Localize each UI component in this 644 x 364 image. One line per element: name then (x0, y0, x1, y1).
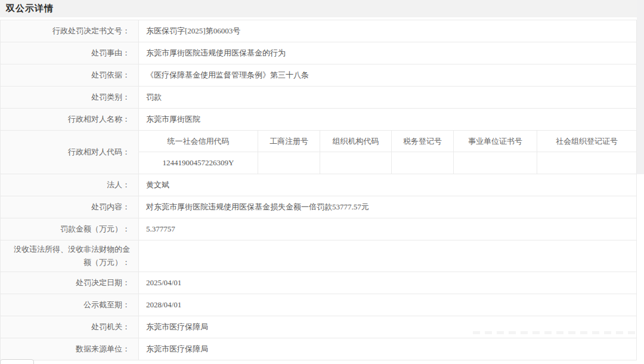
row-label: 处罚内容： (1, 196, 139, 218)
code-col-header: 社会组织登记证号 (537, 131, 636, 152)
table-row-confiscation-amount: 没收违法所得、没收非法财物的金额（万元）： (1, 240, 636, 272)
row-label: 公示截至期： (1, 294, 139, 316)
row-value: 东莞市医疗保障局 (139, 338, 636, 360)
table-row-data-source-unit: 数据来源单位： 东莞市医疗保障局 (1, 338, 636, 360)
table-row-fine-amount: 罚款金额（万元）： 5.377757 (1, 218, 636, 240)
title-bar: 双公示详情 (0, 0, 637, 17)
row-value: 东莞市厚街医院违规使用医保基金的行为 (139, 42, 636, 64)
code-col-header: 工商注册号 (258, 131, 320, 152)
row-label: 行政相对人代码： (1, 131, 139, 174)
row-value (139, 240, 636, 272)
code-cell-institution-cert (454, 152, 537, 174)
row-value: 东莞市医疗保障局 (139, 316, 636, 338)
code-col-header: 统一社会信用代码 (139, 131, 258, 152)
code-col-header: 税务登记号 (392, 131, 454, 152)
row-value: 罚款 (139, 87, 636, 108)
code-cell-tax-reg (392, 152, 454, 174)
code-table: 统一社会信用代码 工商注册号 组织机构代码 税务登记号 事业单位证书号 社会组织… (139, 131, 636, 174)
back-button[interactable] (0, 359, 34, 364)
table-row-penalty-reason: 处罚事由： 东莞市厚街医院违规使用医保基金的行为 (1, 42, 636, 64)
row-label: 没收违法所得、没收非法财物的金额（万元）： (1, 240, 139, 272)
row-value: 2028/04/01 (139, 294, 636, 316)
row-value: 2025/04/01 (139, 272, 636, 294)
double-disclosure-detail-page: 双公示详情 行政处罚决定书文号： 东医保罚字[2025]第06003号 处罚事由… (0, 0, 644, 364)
table-row-penalty-category: 处罚类别： 罚款 (1, 87, 636, 109)
table-row-publicity-deadline: 公示截至期： 2028/04/01 (1, 294, 636, 316)
row-value: 东医保罚字[2025]第06003号 (139, 20, 636, 42)
code-cell-business-reg (258, 152, 320, 174)
row-label: 处罚事由： (1, 42, 139, 64)
code-col-header: 事业单位证书号 (454, 131, 537, 152)
row-value: 东莞市厚街医院 (139, 109, 636, 130)
code-table-grid: 统一社会信用代码 工商注册号 组织机构代码 税务登记号 事业单位证书号 社会组织… (139, 131, 636, 174)
row-label: 罚款金额（万元）： (1, 218, 139, 240)
row-label: 处罚依据： (1, 64, 139, 86)
table-row-penalty-basis: 处罚依据： 《医疗保障基金使用监督管理条例》第三十八条 (1, 64, 636, 87)
row-label: 数据来源单位： (1, 338, 139, 360)
row-label: 行政处罚决定书文号： (1, 20, 139, 42)
row-label: 处罚机关： (1, 316, 139, 338)
penalty-detail-table: 行政处罚决定书文号： 东医保罚字[2025]第06003号 处罚事由： 东莞市厚… (0, 20, 637, 360)
table-row-decision-date: 处罚决定日期： 2025/04/01 (1, 272, 636, 294)
table-row-counterpart-codes: 行政相对人代码： 统一社会信用代码 工商注册号 组织机构代码 税务登记号 事业单… (1, 131, 636, 174)
row-value: 5.377757 (139, 218, 636, 240)
table-row-counterpart-name: 行政相对人名称： 东莞市厚街医院 (1, 109, 636, 131)
row-label: 法人： (1, 174, 139, 196)
table-row-penalty-authority: 处罚机关： 东莞市医疗保障局 (1, 316, 636, 338)
scrollbar-thumb[interactable] (637, 0, 644, 174)
row-label: 处罚决定日期： (1, 272, 139, 294)
code-cell-credit-code: 12441900457226309Y (139, 152, 258, 174)
code-cell-social-org-cert (537, 152, 636, 174)
table-row-decision-number: 行政处罚决定书文号： 东医保罚字[2025]第06003号 (1, 20, 636, 42)
row-value: 《医疗保障基金使用监督管理条例》第三十八条 (139, 64, 636, 86)
table-row-legal-person: 法人： 黄文斌 (1, 174, 636, 196)
row-label: 行政相对人名称： (1, 109, 139, 130)
code-cell-org-code (320, 152, 392, 174)
row-value: 对东莞市厚街医院违规使用医保基金损失金额一倍罚款53777.57元 (139, 196, 636, 218)
row-label: 处罚类别： (1, 87, 139, 108)
right-gutter (637, 0, 644, 364)
row-value: 黄文斌 (139, 174, 636, 196)
page-title: 双公示详情 (0, 3, 54, 14)
table-row-penalty-content: 处罚内容： 对东莞市厚街医院违规使用医保基金损失金额一倍罚款53777.57元 (1, 196, 636, 218)
code-col-header: 组织机构代码 (320, 131, 392, 152)
